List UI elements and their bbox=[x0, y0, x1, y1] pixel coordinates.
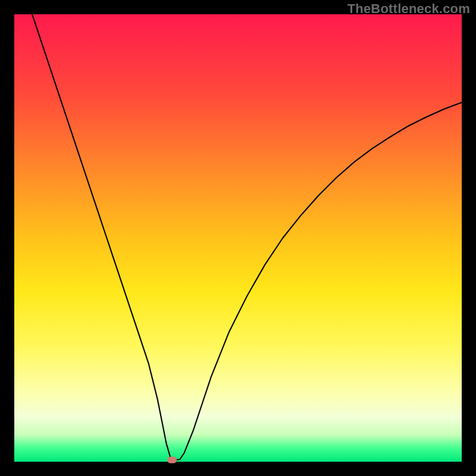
optimum-marker bbox=[167, 456, 177, 463]
outer-frame: TheBottleneck.com bbox=[0, 0, 476, 476]
bottleneck-curve bbox=[32, 14, 462, 460]
curve-svg bbox=[14, 14, 462, 462]
plot-area bbox=[14, 14, 462, 462]
